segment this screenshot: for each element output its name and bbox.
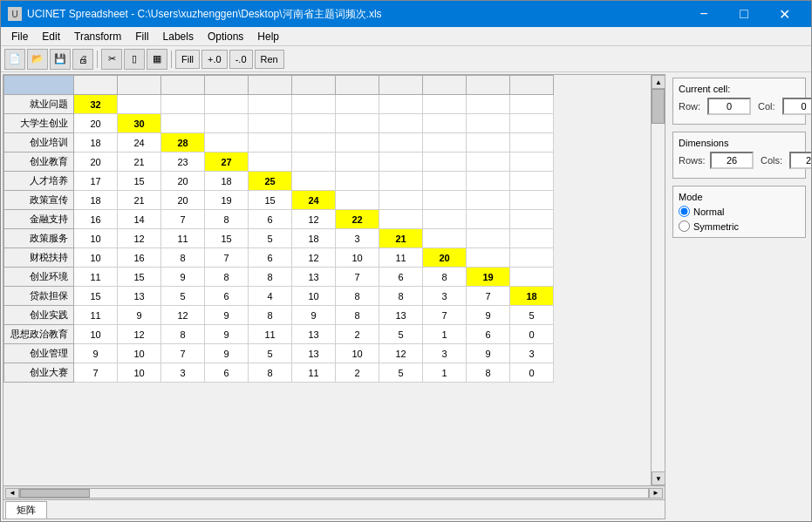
cell-0-4[interactable] xyxy=(249,95,292,114)
cell-10-9[interactable]: 7 xyxy=(467,287,510,306)
cell-6-2[interactable]: 7 xyxy=(161,210,205,229)
cell-8-10[interactable] xyxy=(510,248,554,268)
cell-2-2[interactable]: 28 xyxy=(161,133,205,153)
cell-4-8[interactable] xyxy=(423,172,467,191)
cell-12-7[interactable]: 5 xyxy=(379,325,423,344)
print-button[interactable]: 🖨 xyxy=(72,49,93,70)
cell-5-5[interactable]: 24 xyxy=(292,191,336,210)
menu-file[interactable]: File xyxy=(4,29,35,44)
cell-14-7[interactable]: 5 xyxy=(379,363,423,383)
cell-9-7[interactable]: 6 xyxy=(379,268,423,287)
cell-0-10[interactable] xyxy=(510,95,554,114)
cell-11-10[interactable]: 5 xyxy=(510,306,554,325)
cell-4-1[interactable]: 15 xyxy=(118,172,161,191)
scroll-thumb-v[interactable] xyxy=(652,89,665,124)
cell-3-10[interactable] xyxy=(510,153,554,172)
cell-9-9[interactable]: 19 xyxy=(467,268,510,287)
cell-14-0[interactable]: 7 xyxy=(74,363,118,383)
cell-12-10[interactable]: 0 xyxy=(510,325,554,344)
cell-5-2[interactable]: 20 xyxy=(161,191,205,210)
cell-8-0[interactable]: 10 xyxy=(74,248,118,268)
rows-input[interactable] xyxy=(710,152,754,169)
cell-11-2[interactable]: 12 xyxy=(161,306,205,325)
cell-7-4[interactable]: 5 xyxy=(249,229,292,248)
cell-9-2[interactable]: 9 xyxy=(161,268,205,287)
cell-11-8[interactable]: 7 xyxy=(423,306,467,325)
cell-10-8[interactable]: 3 xyxy=(423,287,467,306)
cell-1-1[interactable]: 30 xyxy=(118,114,161,133)
cell-3-3[interactable]: 27 xyxy=(205,153,249,172)
cell-10-7[interactable]: 8 xyxy=(379,287,423,306)
cell-9-10[interactable] xyxy=(510,268,554,287)
cell-9-4[interactable]: 8 xyxy=(249,268,292,287)
cell-2-10[interactable] xyxy=(510,133,554,153)
cell-0-6[interactable] xyxy=(336,95,379,114)
cell-7-3[interactable]: 15 xyxy=(205,229,249,248)
open-button[interactable]: 📂 xyxy=(27,49,48,70)
cell-2-1[interactable]: 24 xyxy=(118,133,161,153)
cell-3-8[interactable] xyxy=(423,153,467,172)
cell-10-2[interactable]: 5 xyxy=(161,287,205,306)
cell-14-3[interactable]: 6 xyxy=(205,363,249,383)
ren-label[interactable]: Ren xyxy=(255,50,284,69)
cell-13-4[interactable]: 5 xyxy=(249,344,292,363)
cell-12-1[interactable]: 12 xyxy=(118,325,161,344)
menu-options[interactable]: Options xyxy=(201,29,250,44)
cell-0-7[interactable] xyxy=(379,95,423,114)
cell-1-4[interactable] xyxy=(249,114,292,133)
cell-9-3[interactable]: 8 xyxy=(205,268,249,287)
mode-normal-radio[interactable] xyxy=(679,206,690,217)
cell-5-9[interactable] xyxy=(467,191,510,210)
menu-labels[interactable]: Labels xyxy=(156,29,201,44)
cell-10-0[interactable]: 15 xyxy=(74,287,118,306)
cell-8-9[interactable] xyxy=(467,248,510,268)
cell-11-9[interactable]: 9 xyxy=(467,306,510,325)
cell-10-6[interactable]: 8 xyxy=(336,287,379,306)
cell-3-2[interactable]: 23 xyxy=(161,153,205,172)
cell-9-0[interactable]: 11 xyxy=(74,268,118,287)
cell-1-6[interactable] xyxy=(336,114,379,133)
cell-7-7[interactable]: 21 xyxy=(379,229,423,248)
vertical-scrollbar[interactable]: ▲ ▼ xyxy=(651,75,665,485)
cell-11-7[interactable]: 13 xyxy=(379,306,423,325)
cell-6-4[interactable]: 6 xyxy=(249,210,292,229)
cell-2-0[interactable]: 18 xyxy=(74,133,118,153)
cell-14-6[interactable]: 2 xyxy=(336,363,379,383)
cell-7-0[interactable]: 10 xyxy=(74,229,118,248)
cell-3-4[interactable] xyxy=(249,153,292,172)
cell-8-2[interactable]: 8 xyxy=(161,248,205,268)
cell-13-8[interactable]: 3 xyxy=(423,344,467,363)
cell-3-7[interactable] xyxy=(379,153,423,172)
menu-transform[interactable]: Transform xyxy=(67,29,128,44)
cell-3-5[interactable] xyxy=(292,153,336,172)
cell-5-8[interactable] xyxy=(423,191,467,210)
cell-5-1[interactable]: 21 xyxy=(118,191,161,210)
cell-0-0[interactable]: 32 xyxy=(74,95,118,114)
cell-11-0[interactable]: 11 xyxy=(74,306,118,325)
cell-1-9[interactable] xyxy=(467,114,510,133)
cell-6-10[interactable] xyxy=(510,210,554,229)
cell-7-5[interactable]: 18 xyxy=(292,229,336,248)
cell-7-1[interactable]: 12 xyxy=(118,229,161,248)
cell-14-8[interactable]: 1 xyxy=(423,363,467,383)
col-input[interactable] xyxy=(782,98,811,115)
cell-2-4[interactable] xyxy=(249,133,292,153)
cell-11-3[interactable]: 9 xyxy=(205,306,249,325)
mode-normal-option[interactable]: Normal xyxy=(679,206,800,217)
scroll-track-v[interactable] xyxy=(652,89,665,471)
cell-2-7[interactable] xyxy=(379,133,423,153)
cell-1-3[interactable] xyxy=(205,114,249,133)
cell-6-9[interactable] xyxy=(467,210,510,229)
cell-10-4[interactable]: 4 xyxy=(249,287,292,306)
cell-4-2[interactable]: 20 xyxy=(161,172,205,191)
scroll-down-arrow[interactable]: ▼ xyxy=(652,471,665,485)
table-scroll[interactable]: 就业问题 大学生创业 创业培训 创业教育 人才培养 政策宣传 金融支持 政策服务… xyxy=(3,75,651,485)
cell-11-6[interactable]: 8 xyxy=(336,306,379,325)
cell-7-9[interactable] xyxy=(467,229,510,248)
scroll-thumb-h[interactable] xyxy=(20,489,90,498)
cell-8-5[interactable]: 12 xyxy=(292,248,336,268)
cell-9-5[interactable]: 13 xyxy=(292,268,336,287)
cell-10-3[interactable]: 6 xyxy=(205,287,249,306)
cell-5-10[interactable] xyxy=(510,191,554,210)
cell-13-3[interactable]: 9 xyxy=(205,344,249,363)
